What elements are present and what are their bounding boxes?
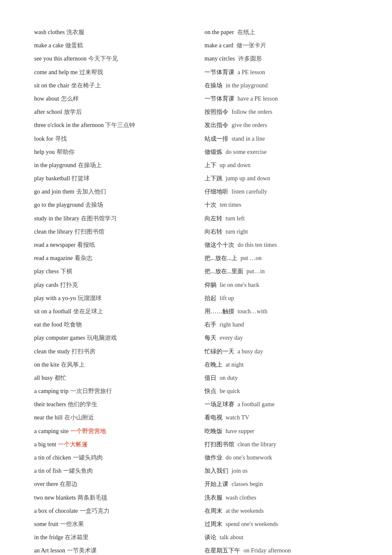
vocab-english: over there (34, 481, 58, 487)
right-column: on the paper 在纸上make a card 做一张卡片many ci… (205, 26, 358, 555)
vocab-english: 用……触摸 (205, 308, 234, 315)
vocab-chinese: follow the orders (230, 109, 272, 115)
vocab-chinese: wash clothes (224, 494, 256, 501)
vocab-chinese: have supper (224, 428, 254, 434)
vocab-english: go and join them (34, 188, 75, 195)
vocab-english: a camping site (34, 428, 69, 434)
vocab-chinese: 许多圆形 (236, 55, 262, 62)
right-vocab-item: 右手 right hand (205, 318, 358, 331)
left-vocab-item: a big tent一个大帐篷 (34, 438, 187, 451)
vocab-english: play chess (34, 268, 59, 275)
vocab-english: make a card (205, 42, 233, 49)
left-vocab-item: all busy都忙 (34, 371, 187, 384)
left-vocab-item: clean the library打扫图书馆 (34, 225, 187, 238)
vocab-chinese: 在操场上 (78, 162, 102, 168)
vocab-english: 在晚上 (205, 361, 222, 368)
vocab-english: 右手 (205, 321, 216, 328)
left-vocab-item: in the playground在操场上 (34, 159, 187, 172)
left-vocab-item: look for寻找 (34, 132, 187, 145)
left-vocab-item: see you this afternoon今天下午见 (34, 52, 187, 65)
left-vocab-item: their teachers他们的学生 (34, 398, 187, 411)
vocab-chinese: lie on one's back (218, 282, 259, 288)
vocab-chinese: 一个野营营地 (70, 428, 106, 434)
vocab-chinese: give the orders (230, 122, 267, 128)
vocab-chinese: turn right (224, 228, 248, 235)
vocab-chinese: 打篮球 (72, 175, 89, 182)
vocab-english: a box of chocolate (34, 508, 78, 514)
vocab-english: on the paper (205, 29, 234, 35)
vocab-chinese: do some exercise (224, 149, 267, 155)
left-vocab-item: play computer games玩电脑游戏 (34, 331, 187, 344)
vocab-english: study in the library (34, 215, 79, 222)
right-vocab-item: 发出指令 give the orders (205, 119, 358, 132)
left-vocab-item: on the kite在风筝上 (34, 358, 187, 371)
vocab-english: 忙碌的一天 (205, 348, 234, 355)
vocab-english: 值日 (205, 375, 216, 381)
left-column: wash clothes洗衣服make a cake做蛋糕see you thi… (34, 26, 187, 555)
vocab-english: wash clothes (34, 29, 65, 35)
right-vocab-item: make a card 做一张卡片 (205, 39, 358, 52)
left-vocab-item: how about怎么样 (34, 92, 187, 105)
vocab-chinese: 打扫图书馆 (75, 228, 104, 235)
vocab-chinese: stand in a line (230, 136, 265, 142)
vocab-english: a tin of fish (34, 468, 61, 474)
vocab-english: 吃晚饭 (205, 428, 222, 434)
vocab-chinese: 两条新毛毯 (78, 494, 107, 501)
vocab-chinese: talk about (218, 534, 243, 541)
vocab-english: 过周末 (205, 521, 222, 527)
vocab-chinese: up and down (218, 162, 251, 168)
vocab-english: 打扫图书馆 (205, 441, 234, 448)
vocab-chinese: at the weekends (224, 508, 264, 514)
vocab-chinese: 打扑克 (60, 282, 78, 288)
left-vocab-item: play cards打扑克 (34, 278, 187, 292)
vocab-chinese: 在风筝上 (61, 361, 85, 368)
vocab-english: look for (34, 136, 53, 142)
left-vocab-item: make a cake做蛋糕 (34, 39, 187, 52)
right-vocab-item: 一场足球赛 a football game (205, 398, 358, 411)
left-vocab-item: near the hill在小山附近 (34, 411, 187, 424)
right-vocab-item: 快点 be quick (205, 384, 358, 398)
vocab-english: 在操场 (205, 82, 222, 89)
left-vocab-item: play with a yo-yo玩溜溜球 (34, 292, 187, 305)
vocab-english: 按照指令 (205, 109, 228, 115)
vocab-english: 开始上课 (205, 481, 228, 487)
vocab-chinese: 做蛋糕 (65, 42, 83, 49)
vocab-english: all busy (34, 375, 53, 381)
vocab-english: 把...放在...上 (205, 255, 237, 261)
vocab-english: go to the playground (34, 202, 84, 208)
vocab-chinese: 去加入他们 (76, 188, 106, 195)
left-vocab-item: wash clothes洗衣服 (34, 26, 187, 39)
right-vocab-item: 上下跳 jump up and down (205, 172, 358, 185)
vocab-chinese: jump up and down (224, 175, 270, 182)
right-vocab-item: 在晚上 at night (205, 358, 358, 371)
vocab-english: read a magazine (34, 255, 73, 261)
vocab-chinese: 坐在椅子上 (71, 82, 101, 89)
left-vocab-item: some fruit一些水果 (34, 517, 187, 531)
vocab-chinese: 去操场 (85, 202, 103, 208)
vocab-chinese: 一节美术课 (67, 547, 97, 554)
vocab-english: an Art lesson (34, 547, 65, 554)
vocab-english: 十次 (205, 202, 216, 208)
vocab-english: 向右转 (205, 228, 222, 235)
vocab-english: clean the study (34, 348, 70, 355)
vocab-chinese: 一盒巧克力 (80, 508, 110, 514)
vocab-english: 抬起 (205, 295, 216, 301)
right-vocab-item: 用……触摸 touch…with (205, 305, 358, 318)
vocab-chinese: 在图书馆学习 (81, 215, 117, 222)
vocab-english: 谈论 (205, 534, 216, 541)
vocab-chinese: 在纸上 (236, 29, 255, 35)
right-vocab-item: 值日 on duty (205, 371, 358, 384)
vocab-chinese: ten times (218, 202, 241, 208)
right-vocab-item: 洗衣服 wash clothes (205, 491, 358, 504)
vocab-chinese: 他们的学生 (68, 401, 98, 408)
vocab-chinese: clean the library (236, 441, 276, 448)
vocab-english: eat the food (34, 321, 62, 328)
vocab-chinese: 一次日野营旅行 (70, 388, 112, 394)
vocab-english: 仰躺 (205, 282, 216, 288)
vocab-chinese: 看杂志 (75, 255, 92, 261)
vocab-chinese: 今天下午见 (88, 55, 118, 62)
vocab-english: a tin of chicken (34, 454, 71, 461)
left-vocab-item: eat the food吃食物 (34, 318, 187, 331)
vocab-container: wash clothes洗衣服make a cake做蛋糕see you thi… (34, 26, 358, 555)
vocab-english: near the hill (34, 414, 63, 421)
